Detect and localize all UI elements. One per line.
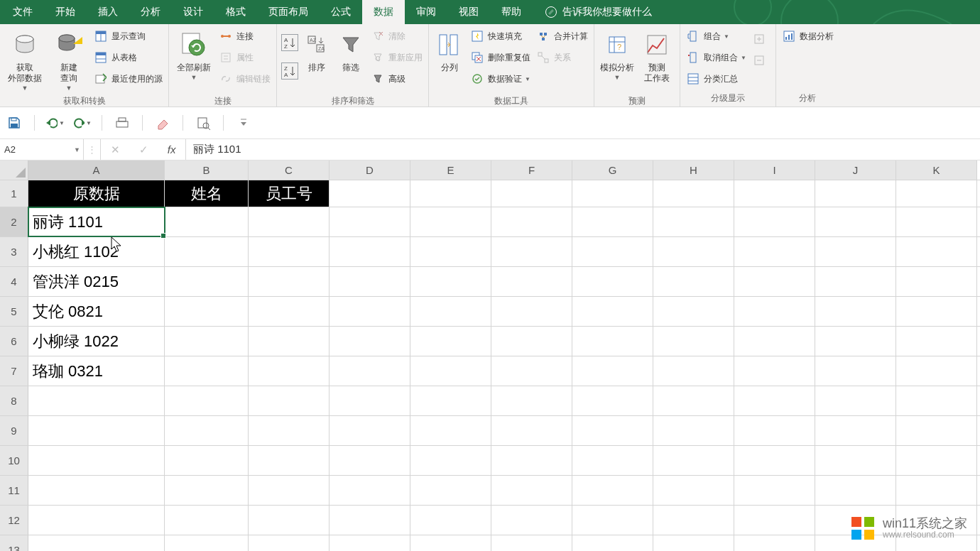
column-header-H[interactable]: H [653,160,734,180]
row-header-9[interactable]: 9 [0,416,28,445]
cell-A8[interactable] [28,386,165,415]
cell-G9[interactable] [572,416,653,445]
sort-button[interactable]: AZZA 排序 [300,26,334,94]
cell-B6[interactable] [165,327,249,356]
menu-帮助[interactable]: 帮助 [490,0,533,24]
cell-I10[interactable] [734,446,815,475]
cell-J10[interactable] [815,446,896,475]
cell-G2[interactable] [572,207,653,236]
cell-B2[interactable] [165,207,249,236]
advanced-filter-button[interactable]: 高级 [371,70,423,88]
cell-C13[interactable] [249,535,330,551]
cell-D6[interactable] [330,327,410,356]
cell-A13[interactable] [28,535,165,551]
cell-C5[interactable] [249,297,330,326]
cell-F13[interactable] [491,535,572,551]
cell-F7[interactable] [491,356,572,386]
cell-E13[interactable] [410,535,491,551]
select-all-corner[interactable] [0,160,28,180]
cell-K7[interactable] [896,356,977,386]
cell-E8[interactable] [410,386,491,415]
column-header-D[interactable]: D [330,160,410,180]
cell-G8[interactable] [572,386,653,415]
cell-K10[interactable] [896,446,977,475]
cell-I4[interactable] [734,267,815,296]
cell-E1[interactable] [410,180,491,207]
eraser-button[interactable] [153,113,173,133]
cell-F4[interactable] [491,267,572,296]
cell-H3[interactable] [653,237,734,266]
cell-E3[interactable] [410,237,491,266]
column-header-K[interactable]: K [896,160,977,180]
cell-C3[interactable] [249,237,330,266]
cell-B11[interactable] [165,476,249,505]
cell-C9[interactable] [249,416,330,445]
menu-数据[interactable]: 数据 [362,0,405,24]
cell-B4[interactable] [165,267,249,296]
cell-C10[interactable] [249,446,330,475]
cell-F3[interactable] [491,237,572,266]
remove-duplicates-button[interactable]: 删除重复值 [470,48,530,67]
cell-E9[interactable] [410,416,491,445]
group-button[interactable]: 组合 ▼ [686,27,746,45]
cell-F12[interactable] [491,506,572,535]
menu-公式[interactable]: 公式 [320,0,362,24]
cell-H7[interactable] [653,356,734,386]
name-box[interactable]: A2 ▼ [0,139,84,160]
data-analysis-button[interactable]: 数据分析 [782,27,834,45]
cell-K1[interactable] [896,180,977,207]
cell-J1[interactable] [815,180,896,207]
save-button[interactable] [4,113,24,133]
cell-H4[interactable] [653,267,734,296]
menu-分析[interactable]: 分析 [129,0,172,24]
cell-D3[interactable] [330,237,410,266]
cell-K9[interactable] [896,416,977,445]
menu-开始[interactable]: 开始 [44,0,87,24]
cell-F5[interactable] [491,297,572,326]
cell-D11[interactable] [330,476,410,505]
column-header-I[interactable]: I [734,160,815,180]
cell-B9[interactable] [165,416,249,445]
row-header-3[interactable]: 3 [0,237,28,266]
cell-A10[interactable] [28,446,165,475]
cell-K3[interactable] [896,237,977,266]
cell-E2[interactable] [410,207,491,236]
cell-F11[interactable] [491,476,572,505]
row-header-1[interactable]: 1 [0,180,28,207]
cell-A12[interactable] [28,506,165,535]
from-table-button[interactable]: 从表格 [94,48,163,67]
connections-button[interactable]: 连接 [219,27,271,45]
cell-H11[interactable] [653,476,734,505]
what-if-button[interactable]: ? 模拟分析 ▼ [597,26,637,94]
cell-G7[interactable] [572,356,653,386]
cell-I3[interactable] [734,237,815,266]
menu-格式[interactable]: 格式 [214,0,257,24]
cell-F1[interactable] [491,180,572,207]
column-header-E[interactable]: E [410,160,491,180]
cell-A6[interactable]: 小柳绿 1022 [28,327,165,356]
cell-A9[interactable] [28,416,165,445]
enter-icon[interactable]: ✓ [139,143,148,156]
cell-H9[interactable] [653,416,734,445]
row-header-8[interactable]: 8 [0,386,28,415]
cell-D10[interactable] [330,446,410,475]
tell-me-search[interactable]: 告诉我你想要做什么 [545,6,652,18]
forecast-sheet-button[interactable]: 预测 工作表 [637,26,677,94]
row-header-13[interactable]: 13 [0,535,28,551]
row-header-2[interactable]: 2 [0,207,28,236]
cell-C7[interactable] [249,356,330,386]
cell-J9[interactable] [815,416,896,445]
get-external-data-button[interactable]: 获取 外部数据 ▼ [3,26,47,94]
cell-G6[interactable] [572,327,653,356]
cell-G5[interactable] [572,297,653,326]
cell-K4[interactable] [896,267,977,296]
row-header-6[interactable]: 6 [0,327,28,356]
cell-B12[interactable] [165,506,249,535]
cell-K8[interactable] [896,386,977,415]
cell-E6[interactable] [410,327,491,356]
row-header-5[interactable]: 5 [0,297,28,326]
cell-H2[interactable] [653,207,734,236]
cell-D13[interactable] [330,535,410,551]
cell-I5[interactable] [734,297,815,326]
cell-B5[interactable] [165,297,249,326]
